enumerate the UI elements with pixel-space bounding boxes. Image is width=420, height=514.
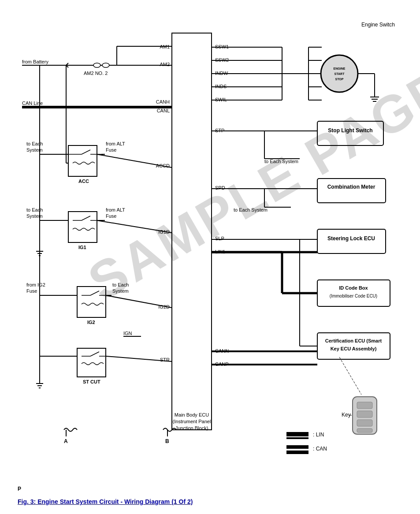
svg-text:STOP: STOP: [335, 78, 344, 81]
svg-text:System: System: [26, 147, 43, 153]
svg-text:Combination Meter: Combination Meter: [327, 184, 375, 190]
page-marker: P: [18, 486, 21, 492]
svg-text:Key: Key: [342, 412, 351, 418]
svg-line-140: [106, 295, 172, 308]
fig-caption: Fig. 3: Engine Start System Circuit - Wi…: [18, 498, 193, 505]
svg-text:AM2 NO. 2: AM2 NO. 2: [84, 71, 108, 76]
svg-rect-51: [317, 179, 386, 203]
svg-text:START: START: [335, 72, 345, 75]
svg-text:IGN: IGN: [123, 331, 132, 336]
svg-text:to Each: to Each: [26, 207, 43, 212]
svg-line-124: [97, 220, 172, 233]
svg-text:AM2: AM2: [160, 62, 170, 67]
svg-text:(Instrument Panel: (Instrument Panel: [173, 419, 211, 424]
svg-rect-81: [357, 428, 372, 432]
svg-rect-160: [286, 432, 308, 436]
svg-text:SPD: SPD: [215, 185, 225, 190]
svg-rect-79: [357, 411, 372, 417]
svg-text:to Each System: to Each System: [264, 159, 298, 164]
svg-text:: LIN: : LIN: [313, 432, 324, 438]
svg-text:Engine Switch: Engine Switch: [361, 22, 395, 28]
svg-rect-161: [286, 437, 308, 439]
svg-point-89: [93, 63, 100, 67]
svg-text:from ALT: from ALT: [106, 207, 125, 212]
svg-text:: CAN: : CAN: [313, 446, 327, 452]
svg-rect-60: [317, 280, 390, 306]
svg-text:ID Code Box: ID Code Box: [339, 285, 368, 291]
svg-text:to Each: to Each: [26, 141, 43, 146]
svg-text:CANH: CANH: [156, 99, 170, 104]
svg-text:from ALT: from ALT: [106, 141, 125, 146]
svg-text:ACC: ACC: [78, 179, 89, 184]
svg-text:to Each: to Each: [112, 282, 129, 287]
svg-text:from IG2: from IG2: [26, 282, 45, 287]
svg-line-112: [97, 154, 172, 168]
svg-rect-99: [68, 145, 97, 176]
svg-text:Fuse: Fuse: [106, 213, 116, 219]
svg-text:Junction Block): Junction Block): [175, 425, 208, 431]
svg-text:A: A: [64, 438, 68, 444]
svg-rect-80: [357, 420, 372, 426]
svg-text:Main Body ECU: Main Body ECU: [175, 412, 209, 417]
svg-text:ST CUT: ST CUT: [83, 379, 100, 384]
svg-rect-0: [172, 33, 212, 430]
svg-text:Fuse: Fuse: [106, 147, 116, 153]
svg-rect-113: [68, 212, 97, 242]
svg-text:IG1: IG1: [78, 245, 86, 250]
svg-text:IG2: IG2: [87, 320, 95, 325]
svg-text:Key ECU Assembly): Key ECU Assembly): [331, 346, 377, 351]
svg-text:CANL: CANL: [157, 108, 170, 113]
svg-text:Certification ECU (Smart: Certification ECU (Smart: [325, 338, 382, 343]
svg-rect-129: [77, 287, 106, 317]
svg-text:(Immobiliser Code ECU): (Immobiliser Code ECU): [330, 294, 377, 298]
svg-text:SLP: SLP: [215, 236, 224, 241]
svg-text:B: B: [165, 438, 169, 444]
svg-line-84: [339, 357, 361, 395]
svg-text:from Battery: from Battery: [22, 59, 48, 64]
svg-text:ENGINE: ENGINE: [334, 67, 346, 70]
wiring-diagram: AM1 AM2 CANH CANL ACCD IG1D IG2D STR SSW…: [0, 0, 397, 458]
svg-rect-164: [286, 451, 308, 454]
svg-text:System: System: [112, 288, 129, 294]
svg-point-90: [102, 63, 109, 67]
svg-rect-163: [286, 445, 308, 449]
svg-text:System: System: [26, 213, 43, 219]
svg-text:Steering Lock ECU: Steering Lock ECU: [327, 235, 375, 242]
svg-text:Fuse: Fuse: [26, 288, 37, 294]
page-container: SAMPLE PAGE AM1 AM2 CANH CANL ACCD IG1D …: [0, 0, 420, 514]
svg-rect-78: [357, 402, 372, 409]
svg-text:to Each System: to Each System: [234, 207, 268, 212]
svg-text:Stop Light Switch: Stop Light Switch: [328, 127, 372, 134]
